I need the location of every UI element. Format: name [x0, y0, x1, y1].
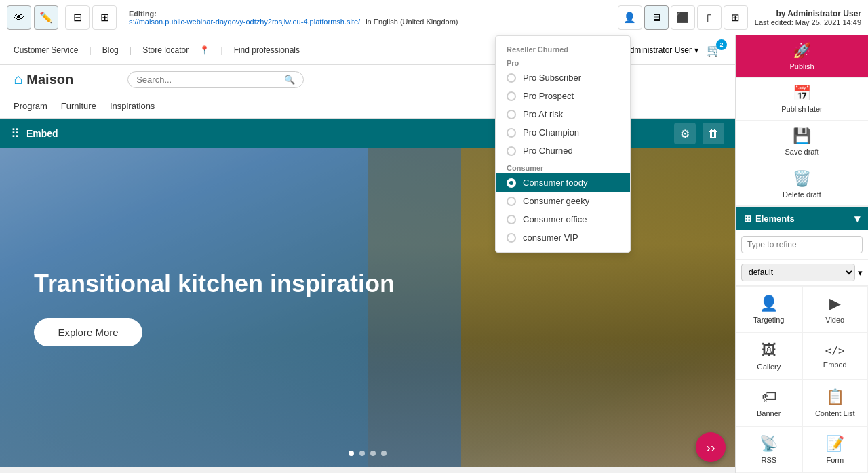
nav-inspirations[interactable]: Inspirations	[110, 101, 155, 111]
radio-pro-subscriber	[507, 73, 516, 83]
layout-columns-btn[interactable]: ⊞	[92, 5, 117, 30]
dropdown-item-consumer-foody[interactable]: Consumer foody	[496, 173, 630, 192]
elements-header: ⊞ Elements ▾	[736, 207, 868, 230]
settings-btn[interactable]: ⚙	[674, 123, 696, 144]
cart-badge: 2	[716, 39, 727, 50]
pro-prospect-label: Pro Prospect	[523, 91, 574, 101]
delete-draft-button[interactable]: 🗑️ Delete draft	[736, 163, 868, 206]
targeting-icon: 👤	[760, 295, 778, 312]
radio-dot	[509, 76, 513, 80]
dropdown-item-pro-prospect[interactable]: Pro Prospect	[496, 87, 630, 105]
publish-later-button[interactable]: 📅 Publish later	[736, 78, 868, 121]
dropdown-item-pro-at-risk[interactable]: Pro At risk	[496, 105, 630, 123]
reseller-group-label: Reseller Churned	[496, 41, 630, 55]
element-banner[interactable]: 🏷 Banner	[736, 379, 802, 426]
last-edited-label: Last edited: May 25, 2021 14:49	[755, 18, 861, 26]
dot-4[interactable]	[381, 451, 387, 456]
editing-url: s://maison.public-webinar-dayqovy-odtzhy…	[129, 18, 360, 26]
editing-info: Editing: s://maison.public-webinar-dayqo…	[129, 9, 458, 26]
logo-icon: ⌂	[14, 70, 22, 88]
user-label: Administrator User	[625, 45, 692, 55]
dropdown-arrow-icon: ▾	[694, 45, 698, 55]
radio-dot-selected	[509, 181, 513, 185]
dropdown-item-pro-champion[interactable]: Pro Champion	[496, 123, 630, 142]
elements-filter-select[interactable]: default	[741, 264, 855, 281]
nav-sep-3: |	[220, 45, 222, 55]
save-draft-button[interactable]: 💾 Save draft	[736, 121, 868, 163]
device-tablet-portrait-btn[interactable]: ▯	[697, 5, 722, 30]
elements-search-input[interactable]	[741, 236, 863, 253]
user-by-label: by Administrator User	[755, 9, 861, 18]
embed-element-label: Embed	[823, 361, 847, 369]
pro-champion-label: Pro Champion	[523, 127, 579, 138]
dropdown-item-consumer-geeky[interactable]: Consumer geeky	[496, 192, 630, 210]
element-gallery[interactable]: 🖼 Gallery	[736, 333, 802, 379]
nav-furniture[interactable]: Furniture	[61, 101, 96, 111]
embed-icon: </>	[825, 344, 845, 357]
admin-icon-group: 👁 ✏️	[7, 5, 58, 30]
element-rss[interactable]: 📡 RSS	[736, 426, 802, 473]
hero-title: Transitional kitchen inspiration	[34, 269, 427, 298]
elements-grid-icon: ⊞	[744, 213, 751, 224]
pro-at-risk-label: Pro At risk	[523, 109, 563, 119]
dot-1[interactable]	[349, 451, 354, 456]
next-button[interactable]: ››	[696, 432, 726, 462]
dropdown-item-consumer-vip[interactable]: consumer VIP	[496, 228, 630, 247]
form-icon: 📝	[826, 435, 844, 453]
layout-split-btn[interactable]: ⊟	[65, 5, 90, 30]
video-icon: ▶	[829, 295, 841, 312]
device-desktop-btn[interactable]: 🖥	[644, 5, 669, 30]
element-content-list[interactable]: 📋 Content List	[802, 379, 869, 426]
rss-icon: 📡	[760, 435, 778, 453]
element-embed[interactable]: </> Embed	[802, 333, 869, 379]
consumer-office-label: Consumer office	[523, 214, 587, 224]
logo-name: Maison	[26, 72, 73, 87]
nav-sep-2: |	[130, 45, 132, 55]
eye-icon-btn[interactable]: 👁	[7, 5, 31, 30]
element-form[interactable]: 📝 Form	[802, 426, 869, 473]
dot-2[interactable]	[359, 451, 365, 456]
edit-icon-btn[interactable]: ✏️	[34, 5, 58, 30]
radio-consumer-vip	[507, 233, 516, 243]
nav-blog[interactable]: Blog	[102, 45, 119, 55]
device-tablet-landscape-btn[interactable]: ⬛	[671, 5, 695, 30]
radio-dot	[509, 218, 513, 222]
nav-store-locator[interactable]: Store locator	[142, 45, 189, 55]
dropdown-item-pro-subscriber[interactable]: Pro Subscriber	[496, 68, 630, 87]
dot-3[interactable]	[370, 451, 376, 456]
elements-collapse-btn[interactable]: ▾	[854, 212, 860, 225]
user-dropdown[interactable]: Administrator User ▾	[625, 45, 698, 55]
radio-pro-churned	[507, 146, 516, 156]
layout-icon-group: ⊟ ⊞	[65, 5, 117, 30]
cart-button[interactable]: 🛒 2	[707, 43, 722, 58]
gallery-icon: 🖼	[762, 342, 776, 359]
site-logo[interactable]: ⌂ Maison	[14, 70, 73, 88]
element-targeting[interactable]: 👤 Targeting	[736, 286, 802, 333]
consumer-geeky-label: Consumer geeky	[523, 196, 589, 206]
form-label: Form	[826, 456, 844, 464]
radio-pro-at-risk	[507, 110, 516, 119]
delete-draft-label: Delete draft	[783, 190, 821, 199]
gallery-label: Gallery	[757, 363, 781, 371]
elements-filter: default ▾	[736, 260, 868, 286]
delete-btn[interactable]: 🗑	[703, 123, 724, 144]
pro-subscriber-label: Pro Subscriber	[523, 73, 581, 83]
device-user-btn[interactable]: 👤	[618, 5, 642, 30]
dropdown-item-consumer-office[interactable]: Consumer office	[496, 210, 630, 228]
element-video[interactable]: ▶ Video	[802, 286, 869, 333]
dropdown-item-pro-churned[interactable]: Pro Churned	[496, 142, 630, 160]
hero-cta-button[interactable]: Explore More	[34, 318, 142, 346]
nav-find-professionals[interactable]: Find professionals	[234, 45, 300, 55]
search-input[interactable]	[136, 75, 284, 85]
pro-churned-label: Pro Churned	[523, 146, 573, 156]
consumer-foody-label: Consumer foody	[523, 178, 587, 188]
radio-consumer-foody	[507, 178, 516, 188]
nav-program[interactable]: Program	[14, 101, 47, 111]
publish-button[interactable]: 🚀 Publish	[736, 35, 868, 78]
content-list-icon: 📋	[826, 388, 844, 406]
device-grid-btn[interactable]: ⊞	[724, 5, 748, 30]
publish-label: Publish	[789, 62, 814, 70]
drag-handle-icon[interactable]: ⠿	[11, 126, 20, 141]
banner-icon: 🏷	[762, 388, 776, 406]
nav-customer-service[interactable]: Customer Service	[14, 45, 78, 55]
